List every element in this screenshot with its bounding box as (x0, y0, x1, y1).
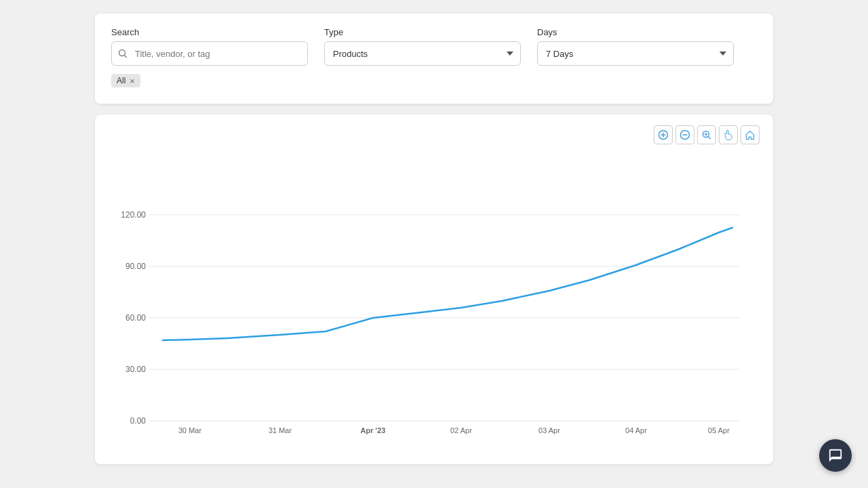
search-group: Search (111, 27, 308, 66)
chart-area: 120.00 90.00 60.00 30.00 0.00 30 Mar 31 … (108, 150, 760, 448)
x-label-05apr: 05 Apr (708, 426, 730, 434)
y-label-0: 0.00 (130, 416, 146, 426)
x-label-04apr: 04 Apr (625, 426, 647, 434)
search-icon (118, 49, 127, 58)
zoom-out-button[interactable] (675, 125, 694, 144)
days-select[interactable]: 7 Days 14 Days 30 Days 90 Days (537, 41, 734, 66)
all-tag[interactable]: All × (111, 74, 140, 87)
chart-line (163, 228, 732, 340)
type-group: Type Products Variants Collections (324, 27, 521, 66)
y-label-60: 60.00 (125, 313, 146, 323)
tag-close-icon[interactable]: × (130, 77, 135, 85)
zoom-in-button[interactable] (654, 125, 673, 144)
x-label-30mar: 30 Mar (178, 426, 202, 434)
y-label-30: 30.00 (125, 365, 146, 374)
y-label-90: 90.00 (125, 262, 146, 271)
x-label-apr23: Apr '23 (361, 426, 386, 434)
search-label: Search (111, 27, 308, 37)
pan-button[interactable] (719, 125, 738, 144)
chart-card: 120.00 90.00 60.00 30.00 0.00 30 Mar 31 … (95, 115, 773, 464)
type-label: Type (324, 27, 521, 37)
filter-row: Search Type Products Variants Collection… (111, 27, 757, 66)
x-label-02apr: 02 Apr (450, 426, 472, 434)
x-label-03apr: 03 Apr (538, 426, 560, 434)
chart-toolbar (108, 125, 760, 144)
svg-line-1 (125, 56, 127, 58)
days-label: Days (537, 27, 734, 37)
type-select[interactable]: Products Variants Collections (324, 41, 521, 66)
zoom-fit-button[interactable] (697, 125, 716, 144)
tag-row: All × (111, 74, 757, 87)
svg-line-8 (708, 136, 710, 138)
filter-card: Search Type Products Variants Collection… (95, 14, 773, 104)
chat-button[interactable] (819, 439, 852, 472)
days-group: Days 7 Days 14 Days 30 Days 90 Days (537, 27, 734, 66)
search-input[interactable] (111, 41, 308, 66)
x-label-31mar: 31 Mar (269, 426, 292, 434)
tag-label: All (117, 76, 125, 85)
home-button[interactable] (741, 125, 760, 144)
search-wrapper (111, 41, 308, 66)
y-label-120: 120.00 (121, 210, 146, 220)
